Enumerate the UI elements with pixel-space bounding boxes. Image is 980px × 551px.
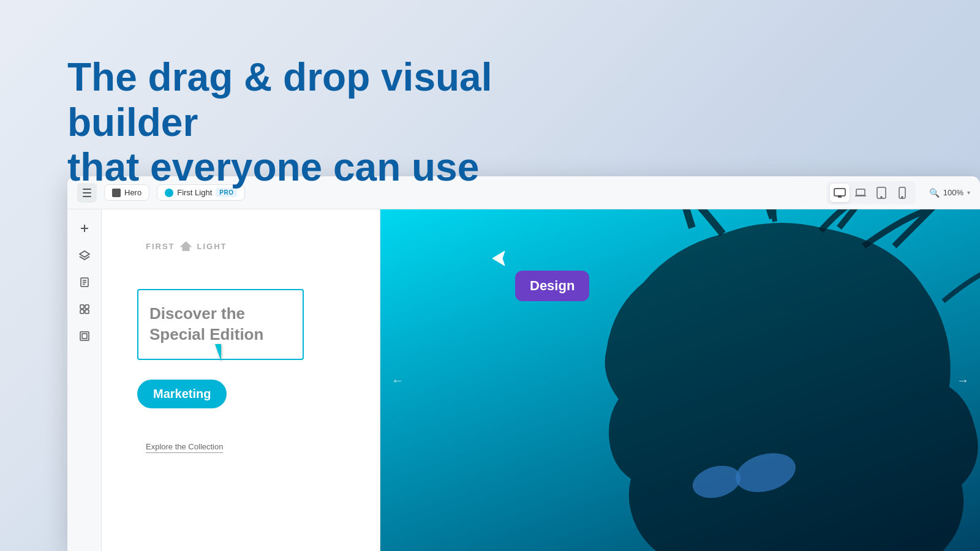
zoom-control[interactable]: 🔍 100% ▾ (929, 188, 970, 198)
svg-point-8 (902, 197, 903, 198)
svg-marker-11 (80, 251, 89, 257)
builder-window: Hero First Light PRO (67, 176, 980, 551)
mobile-button[interactable] (892, 184, 912, 202)
canvas-right-panel: Design ← → (380, 209, 980, 551)
desktop-button[interactable] (830, 184, 850, 202)
svg-rect-17 (85, 305, 89, 309)
cursor-icon (215, 344, 232, 361)
svg-rect-18 (80, 310, 84, 313)
sidebar-templates-button[interactable] (73, 324, 96, 348)
nav-left-button[interactable]: ← (391, 373, 404, 388)
marketing-badge[interactable]: Marketing (137, 380, 227, 408)
tablet-button[interactable] (872, 184, 891, 202)
zoom-chevron-icon: ▾ (967, 189, 970, 196)
svg-point-6 (881, 197, 882, 198)
canvas-left-panel: FIRST LIGHT Discover the Special Edition… (102, 209, 380, 551)
svg-marker-24 (492, 251, 505, 266)
svg-rect-20 (80, 332, 89, 340)
cursor-right-icon (488, 247, 510, 272)
head-silhouette-svg (466, 209, 980, 551)
svg-rect-16 (80, 305, 84, 309)
nav-right-button[interactable]: → (957, 373, 969, 388)
sidebar-layers-button[interactable] (73, 244, 96, 267)
content-card-title: Discover the Special Edition (149, 304, 292, 345)
brand-suffix: LIGHT (197, 242, 227, 251)
hero-section: The drag & drop visual builder that ever… (67, 55, 545, 190)
brand-icon (180, 241, 192, 251)
sidebar-layout-button[interactable] (73, 298, 96, 321)
design-badge[interactable]: Design (515, 271, 589, 301)
svg-rect-3 (856, 189, 865, 195)
sidebar-add-button[interactable] (73, 217, 96, 240)
svg-rect-21 (82, 334, 87, 339)
hero-title: The drag & drop visual builder that ever… (67, 55, 545, 190)
sidebar-pages-button[interactable] (73, 271, 96, 294)
zoom-icon: 🔍 (929, 188, 940, 198)
canvas-area: FIRST LIGHT Discover the Special Edition… (102, 209, 980, 551)
explore-link[interactable]: Explore the Collection (146, 442, 223, 453)
laptop-button[interactable] (851, 184, 870, 202)
svg-rect-19 (85, 310, 89, 313)
sidebar (67, 209, 102, 551)
zoom-label: 100% (943, 188, 963, 197)
svg-rect-0 (834, 189, 845, 196)
brand-logo: FIRST LIGHT (146, 241, 227, 251)
builder-body: FIRST LIGHT Discover the Special Edition… (67, 209, 980, 551)
device-group (826, 181, 916, 204)
brand-first: FIRST (146, 242, 175, 251)
